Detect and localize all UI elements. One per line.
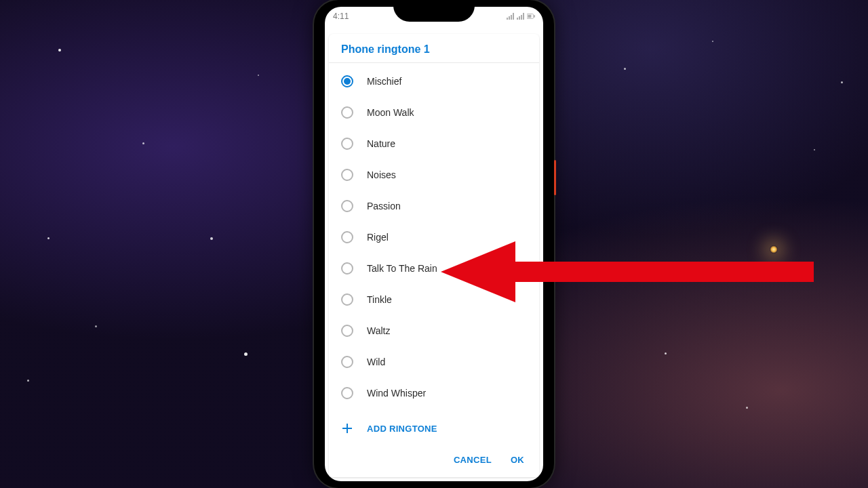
- star-icon: [814, 149, 815, 150]
- status-icons: [507, 13, 535, 20]
- phone-frame: 4:11 Phone ringtone 1 MischiefMoon WalkN…: [314, 0, 554, 488]
- radio-icon[interactable]: [341, 106, 353, 119]
- star-icon: [746, 407, 748, 409]
- battery-icon: [527, 13, 535, 20]
- radio-icon[interactable]: [341, 138, 353, 150]
- radio-icon[interactable]: [341, 387, 353, 399]
- add-ringtone-row[interactable]: ADD RINGTONE: [329, 412, 539, 445]
- radio-icon[interactable]: [341, 75, 353, 87]
- star-icon: [47, 237, 50, 239]
- ringtone-row[interactable]: Noises: [329, 159, 539, 190]
- ringtone-label: Talk To The Rain: [367, 263, 437, 274]
- radio-icon[interactable]: [341, 200, 353, 212]
- notch: [393, 7, 475, 22]
- ringtone-row[interactable]: Wild: [329, 346, 539, 378]
- ringtone-row[interactable]: Mischief: [329, 66, 539, 97]
- star-icon: [624, 68, 626, 70]
- ringtone-dialog: Phone ringtone 1 MischiefMoon WalkNature…: [329, 34, 539, 477]
- ringtone-label: Nature: [367, 138, 395, 149]
- power-button-accent: [554, 160, 556, 195]
- ringtone-row[interactable]: Wind Whisper: [329, 378, 539, 409]
- ringtone-row[interactable]: Tinkle: [329, 284, 539, 315]
- radio-icon[interactable]: [341, 231, 353, 243]
- ringtone-row[interactable]: Waltz: [329, 315, 539, 346]
- star-icon: [58, 49, 61, 52]
- phone-bezel: 4:11 Phone ringtone 1 MischiefMoon WalkN…: [321, 4, 547, 484]
- star-icon: [142, 142, 144, 144]
- ringtone-label: Passion: [367, 201, 401, 211]
- star-icon: [841, 81, 843, 83]
- ok-button[interactable]: OK: [511, 455, 524, 465]
- background-galaxy: 4:11 Phone ringtone 1 MischiefMoon WalkN…: [0, 0, 868, 488]
- star-icon: [258, 75, 259, 76]
- star-icon: [210, 237, 213, 240]
- plus-icon: [341, 422, 353, 434]
- radio-icon[interactable]: [341, 262, 353, 274]
- add-ringtone-label: ADD RINGTONE: [367, 424, 437, 434]
- ringtone-list[interactable]: MischiefMoon WalkNatureNoisesPassionRige…: [329, 63, 539, 412]
- signal-icon: [507, 13, 515, 20]
- star-icon: [95, 325, 97, 327]
- ringtone-label: Mischief: [367, 76, 401, 87]
- ringtone-row[interactable]: Passion: [329, 190, 539, 222]
- svg-rect-1: [528, 15, 531, 18]
- star-icon: [712, 41, 713, 42]
- ringtone-label: Moon Walk: [367, 107, 414, 118]
- ringtone-label: Rigel: [367, 232, 389, 243]
- dialog-title: Phone ringtone 1: [341, 43, 527, 56]
- status-time: 4:11: [333, 12, 349, 21]
- ringtone-row[interactable]: Nature: [329, 128, 539, 159]
- svg-rect-2: [534, 15, 535, 17]
- ringtone-label: Wild: [367, 357, 385, 367]
- star-icon: [665, 352, 667, 354]
- svg-rect-3: [509, 262, 814, 282]
- ringtone-label: Waltz: [367, 325, 390, 336]
- phone-screen: 4:11 Phone ringtone 1 MischiefMoon WalkN…: [325, 7, 543, 481]
- radio-icon[interactable]: [341, 356, 353, 368]
- ringtone-row[interactable]: Moon Walk: [329, 97, 539, 128]
- ringtone-label: Noises: [367, 169, 396, 180]
- dialog-footer: CANCEL OK: [329, 445, 539, 477]
- dialog-header: Phone ringtone 1: [329, 34, 539, 63]
- star-icon: [244, 352, 248, 356]
- ringtone-label: Tinkle: [367, 294, 392, 305]
- lens-flare-icon: [770, 245, 778, 253]
- cancel-button[interactable]: CANCEL: [454, 455, 492, 465]
- ringtone-row[interactable]: Rigel: [329, 222, 539, 253]
- signal-icon: [517, 13, 525, 20]
- ringtone-row[interactable]: Talk To The Rain: [329, 253, 539, 284]
- radio-icon[interactable]: [341, 293, 353, 306]
- radio-icon[interactable]: [341, 169, 353, 181]
- star-icon: [27, 380, 29, 382]
- ringtone-label: Wind Whisper: [367, 388, 426, 399]
- radio-icon[interactable]: [341, 325, 353, 337]
